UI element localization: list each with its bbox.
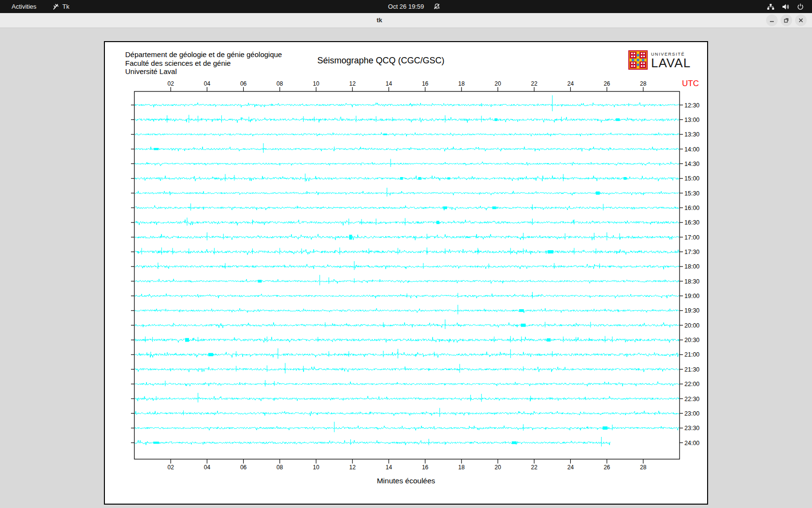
tk-icon [52, 3, 59, 10]
svg-text:24:00: 24:00 [684, 440, 699, 447]
seismograph-plot: 0202040406060808101012121414161618182020… [105, 42, 707, 504]
system-status-area[interactable] [767, 0, 804, 13]
svg-text:21:30: 21:30 [684, 366, 699, 373]
svg-text:19:00: 19:00 [684, 293, 699, 299]
svg-text:20: 20 [494, 464, 501, 471]
svg-text:14:30: 14:30 [684, 161, 699, 167]
svg-text:23:00: 23:00 [684, 410, 699, 417]
svg-text:06: 06 [240, 80, 247, 87]
svg-text:24: 24 [567, 80, 574, 87]
svg-text:04: 04 [204, 464, 211, 471]
clock-menu[interactable]: Oct 26 19:59 [0, 0, 812, 13]
svg-text:16:30: 16:30 [684, 219, 699, 226]
svg-text:18:30: 18:30 [684, 278, 699, 285]
svg-text:20:00: 20:00 [684, 322, 699, 329]
svg-text:16: 16 [422, 464, 429, 471]
svg-text:06: 06 [240, 464, 247, 471]
svg-text:10: 10 [313, 80, 319, 87]
svg-text:20: 20 [494, 80, 501, 87]
window-title: tk [348, 16, 411, 24]
maximize-button[interactable] [781, 15, 792, 26]
activities-label: Activities [12, 3, 36, 10]
x-axis-label: Minutes écoulées [346, 477, 466, 485]
svg-text:18: 18 [458, 80, 465, 87]
svg-text:28: 28 [640, 464, 647, 471]
svg-text:22: 22 [531, 464, 538, 471]
svg-text:17:00: 17:00 [684, 234, 699, 241]
focused-app-label: Tk [62, 3, 69, 10]
svg-text:14: 14 [386, 464, 392, 471]
svg-text:04: 04 [204, 80, 211, 87]
clock-label: Oct 26 19:59 [388, 3, 424, 10]
svg-text:20:30: 20:30 [684, 337, 699, 344]
svg-text:13:30: 13:30 [684, 131, 699, 138]
seismograph-canvas: Département de géologie et de génie géol… [104, 41, 708, 505]
svg-text:14: 14 [386, 80, 392, 87]
network-wired-icon [767, 3, 775, 11]
power-icon [797, 3, 804, 11]
svg-text:18:00: 18:00 [684, 263, 699, 270]
focused-app-menu[interactable]: Tk [52, 0, 69, 13]
close-button[interactable] [795, 15, 807, 26]
svg-text:13:00: 13:00 [684, 117, 699, 123]
svg-text:02: 02 [168, 80, 174, 87]
svg-text:17:30: 17:30 [684, 249, 699, 255]
svg-text:16: 16 [422, 80, 429, 87]
svg-text:26: 26 [604, 464, 610, 471]
volume-icon [782, 3, 790, 11]
svg-text:15:30: 15:30 [684, 190, 699, 197]
svg-text:14:00: 14:00 [684, 146, 699, 153]
svg-text:22:30: 22:30 [684, 396, 699, 403]
svg-text:28: 28 [640, 80, 647, 87]
svg-text:23:30: 23:30 [684, 425, 699, 432]
svg-text:22: 22 [531, 80, 538, 87]
svg-text:26: 26 [604, 80, 610, 87]
svg-text:12:30: 12:30 [684, 102, 699, 109]
svg-text:24: 24 [567, 464, 574, 471]
svg-text:22:00: 22:00 [684, 381, 699, 388]
svg-text:08: 08 [276, 464, 283, 471]
svg-text:18: 18 [458, 464, 465, 471]
svg-text:12: 12 [349, 80, 356, 87]
svg-text:02: 02 [168, 464, 174, 471]
window-titlebar: tk [0, 13, 812, 28]
gnome-top-bar: Activities Tk Oct 26 19:59 [0, 0, 812, 13]
svg-text:16:00: 16:00 [684, 205, 699, 211]
svg-text:21:00: 21:00 [684, 351, 699, 358]
minimize-button[interactable] [766, 15, 778, 26]
svg-text:15:00: 15:00 [684, 175, 699, 182]
tk-window-content: Département de géologie et de génie géol… [0, 28, 812, 508]
notifications-muted-icon[interactable] [433, 0, 441, 13]
svg-text:19:30: 19:30 [684, 307, 699, 314]
svg-text:12: 12 [349, 464, 356, 471]
activities-button[interactable]: Activities [9, 0, 39, 13]
svg-text:08: 08 [276, 80, 283, 87]
svg-text:10: 10 [313, 464, 319, 471]
